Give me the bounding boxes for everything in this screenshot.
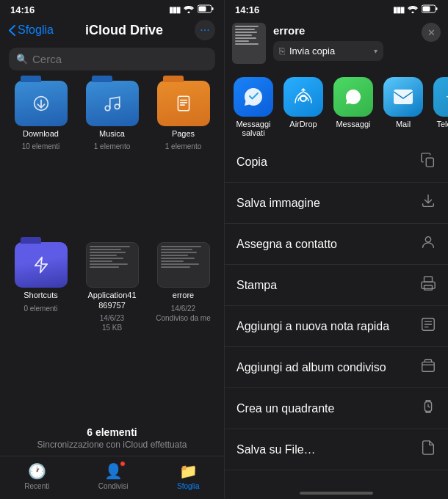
share-apps-row: Messaggi salvati AirDrop M [225,70,448,142]
file-name: Application41 869757 [80,291,144,310]
share-app-item[interactable]: Messaggi [333,77,373,137]
svg-rect-17 [422,362,435,371]
svg-rect-6 [178,96,189,111]
action-salva-immagine[interactable]: Salva immagine [225,183,448,224]
search-input[interactable] [32,53,208,65]
share-title-area: errore ⎘ Invia copia ▾ [273,23,441,61]
tab-sfoglia[interactable]: 📁 Sfoglia [177,462,200,490]
app-label-messaggi-saved: Messaggi salvati [236,120,270,137]
action-label: Copia [236,156,267,169]
share-app-item[interactable]: AirDrop [283,77,323,137]
badge-dot [120,461,126,467]
action-stampa[interactable]: Stampa [225,265,448,306]
svg-point-4 [105,106,110,111]
app-label-airdrop: AirDrop [289,120,317,128]
folder-shortcuts [15,242,68,288]
wifi-icon [184,4,194,15]
copy-icon-selector: ⎘ [279,45,285,57]
file-meta: 1 elemento [94,142,130,151]
right-panel: 14:16 ▮▮▮ errore ⎘ Invia copia [224,0,448,499]
close-button[interactable]: ✕ [422,23,441,42]
app-icon-messaggi [333,77,373,117]
svg-point-13 [425,237,430,242]
back-button[interactable]: Sfoglia [9,23,54,37]
save-image-icon [420,193,436,213]
action-copia[interactable]: Copia [225,142,448,183]
action-assegna-contatto[interactable]: Assegna a contatto [225,224,448,265]
svg-rect-2 [199,7,206,12]
time-right: 14:16 [235,4,259,15]
folder-download [15,81,68,126]
action-label: Salva su File… [236,443,316,456]
share-filename: errore [273,24,441,37]
bottom-info: 6 elementi Sincronizzazione con iCloud e… [0,420,224,456]
file-icon [420,440,436,459]
chevron-down-icon: ▾ [374,47,377,55]
signal-icon-right: ▮▮▮ [393,5,404,15]
app-label-mail: Mail [396,120,411,128]
action-label: Aggiungi ad album condiviso [236,361,386,374]
battery-icon-right [422,4,438,15]
action-aggiungi-nota[interactable]: Aggiungi a nuova nota rapida [225,306,448,347]
search-icon: 🔍 [16,54,28,65]
status-bar-right: 14:16 ▮▮▮ [225,0,448,18]
action-crea-quadrante[interactable]: Crea un quadrante [225,388,448,429]
share-header: errore ⎘ Invia copia ▾ ✕ [225,18,448,70]
back-label: Sfoglia [18,23,54,37]
left-panel: 14:16 ▮▮▮ Sfoglia iCloud Drive ··· 🔍 [0,0,224,499]
action-aggiungi-album[interactable]: Aggiungi ad album condiviso [225,347,448,388]
action-label: Stampa [236,279,277,292]
app-label-telegram: Telegram [436,120,448,128]
app-label-messaggi: Messaggi [336,120,370,128]
svg-rect-1 [212,7,214,10]
share-action-text: Invia copia [289,45,369,57]
print-icon [420,275,436,295]
action-label: Crea un quadrante [236,402,334,415]
album-icon [420,357,436,377]
share-app-item[interactable]: Mail [383,77,423,137]
file-name: errore [173,291,194,300]
tab-recenti[interactable]: 🕐 Recenti [24,462,49,490]
tab-bar: 🕐 Recenti 👤 Condivisi 📁 Sfoglia [0,456,224,499]
file-name: Musica [99,129,125,139]
file-meta: 14/6/23 15 KB [100,313,124,332]
svg-rect-9 [423,7,430,12]
action-label: Aggiungi a nuova nota rapida [236,320,389,333]
share-app-item[interactable]: Messaggi salvati [234,77,273,137]
app-icon-airdrop [283,77,323,117]
search-bar[interactable]: 🔍 [9,48,215,70]
status-icons-right: ▮▮▮ [393,4,438,15]
list-item[interactable]: Musica 1 elemento [80,81,144,235]
file-meta: 10 elementi [22,142,60,151]
signal-icon: ▮▮▮ [169,5,180,15]
status-bar-left: 14:16 ▮▮▮ [0,0,224,18]
battery-icon [198,4,214,15]
tab-condivisi[interactable]: 👤 Condivisi [98,462,129,490]
app-icon-mail [383,77,423,117]
list-item[interactable]: Application41 869757 14/6/23 15 KB [80,242,144,416]
note-icon [420,316,436,336]
list-item[interactable]: Shortcuts 0 elementi [9,242,73,416]
svg-rect-8 [436,7,438,10]
list-item[interactable]: errore 14/6/22 Condiviso da me [151,242,215,416]
share-app-item[interactable]: Telegram [433,77,448,137]
list-item[interactable]: Pages 1 elemento [151,81,215,235]
file-count: 6 elementi [6,426,218,438]
tab-label-sfoglia: Sfoglia [177,482,200,490]
share-action-selector[interactable]: ⎘ Invia copia ▾ [273,41,383,61]
nav-bar: Sfoglia iCloud Drive ··· [0,18,224,45]
watch-icon [420,398,436,418]
file-name: Shortcuts [24,291,57,300]
svg-point-5 [115,104,120,109]
file-name: Download [23,129,59,139]
page-title: iCloud Drive [85,23,163,38]
list-item[interactable]: Download 10 elementi [9,81,73,235]
svg-rect-14 [424,277,433,282]
status-icons-left: ▮▮▮ [169,4,214,15]
file-meta: 14/6/22 Condiviso da me [156,304,210,323]
more-button[interactable]: ··· [195,20,215,40]
file-name: Pages [172,129,195,139]
file-meta: 0 elementi [24,304,57,313]
share-doc-thumbnail [232,23,266,64]
action-salva-file[interactable]: Salva su File… [225,429,448,470]
